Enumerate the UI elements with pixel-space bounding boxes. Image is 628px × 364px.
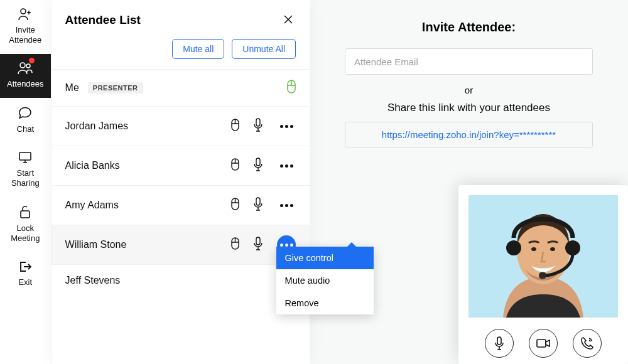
attendee-row-me: Me PRESENTER <box>51 70 310 107</box>
attendee-name: Amy Adams <box>65 200 119 211</box>
sidebar-item-attendees[interactable]: Attendees <box>0 54 51 98</box>
notification-dot-icon <box>29 58 35 63</box>
svg-rect-13 <box>256 237 260 245</box>
share-link-label: Share this link with your attendees <box>387 102 550 114</box>
sidebar-item-label: Start Sharing <box>3 168 48 188</box>
svg-point-16 <box>506 240 521 255</box>
attendee-name: Alicia Banks <box>65 160 120 171</box>
attendee-row: Jeff Stevens <box>51 265 310 296</box>
attendee-name: William Stone <box>65 239 127 250</box>
mic-icon[interactable] <box>253 158 263 174</box>
sidebar-item-start-sharing[interactable]: Start Sharing <box>0 143 51 197</box>
toggle-call-button[interactable] <box>573 329 602 358</box>
svg-point-20 <box>550 247 555 251</box>
sidebar-item-exit[interactable]: Exit <box>0 252 51 296</box>
presenter-badge: PRESENTER <box>88 82 143 94</box>
mic-icon[interactable] <box>253 237 263 253</box>
sidebar: Invite Attendee Attendees Chat <box>0 0 51 364</box>
unmute-all-button[interactable]: Unmute All <box>232 39 296 59</box>
users-icon <box>17 62 33 75</box>
svg-point-2 <box>26 64 30 68</box>
more-button[interactable] <box>277 156 296 175</box>
mouse-icon[interactable] <box>231 119 239 134</box>
attendee-name: Jeff Stevens <box>65 275 121 286</box>
svg-rect-11 <box>256 198 260 205</box>
svg-rect-7 <box>256 119 260 126</box>
svg-rect-22 <box>537 340 546 347</box>
attendee-panel: Attendee List Mute all Unmute All Me PRE… <box>51 0 310 364</box>
svg-rect-9 <box>256 158 260 166</box>
attendee-list: Me PRESENTER Jordan James <box>51 69 310 296</box>
video-thumbnail <box>468 195 618 318</box>
attendee-name: Jordan James <box>65 120 129 132</box>
attendee-row: Amy Adams <box>51 186 310 225</box>
svg-rect-3 <box>19 153 31 160</box>
lock-open-icon <box>18 205 32 220</box>
attendee-row: William Stone <box>51 225 310 265</box>
attendee-name: Me <box>65 82 79 94</box>
svg-rect-4 <box>21 211 30 218</box>
svg-rect-21 <box>497 337 501 345</box>
more-button[interactable] <box>277 196 296 215</box>
user-plus-icon <box>18 8 33 21</box>
close-button[interactable] <box>281 11 296 29</box>
mouse-icon[interactable] <box>231 158 239 173</box>
share-link-box[interactable]: https://meeting.zoho.in/join?key=*******… <box>345 122 593 147</box>
invite-title: Invite Attendee: <box>422 20 516 35</box>
more-button[interactable] <box>277 117 296 136</box>
sidebar-item-lock-meeting[interactable]: Lock Meeting <box>0 197 51 252</box>
mouse-icon[interactable] <box>231 237 239 252</box>
menu-mute-audio[interactable]: Mute audio <box>276 269 374 292</box>
svg-point-1 <box>20 63 25 68</box>
sidebar-item-label: Attendees <box>7 79 44 89</box>
menu-caret-icon <box>347 242 356 247</box>
toggle-mic-button[interactable] <box>485 329 514 358</box>
mic-icon[interactable] <box>253 118 263 134</box>
sidebar-item-label: Lock Meeting <box>3 223 48 244</box>
chat-icon <box>18 105 33 120</box>
sidebar-item-invite-attendee[interactable]: Invite Attendee <box>0 0 51 54</box>
mouse-icon[interactable] <box>231 198 239 213</box>
mic-icon[interactable] <box>253 197 263 213</box>
video-card <box>458 185 628 364</box>
svg-point-0 <box>21 9 26 14</box>
or-separator: or <box>465 85 473 95</box>
svg-point-19 <box>531 247 536 251</box>
exit-icon <box>18 260 33 274</box>
mouse-icon <box>287 80 296 96</box>
menu-give-control[interactable]: Give control <box>276 247 374 269</box>
attendee-email-input[interactable] <box>345 48 593 75</box>
menu-remove[interactable]: Remove <box>276 292 374 314</box>
sidebar-item-label: Invite Attendee <box>3 25 48 45</box>
attendee-context-menu: Give control Mute audio Remove <box>276 247 374 314</box>
panel-title: Attendee List <box>65 13 141 27</box>
sidebar-item-chat[interactable]: Chat <box>0 98 51 143</box>
attendee-row: Jordan James <box>51 107 310 146</box>
mute-all-button[interactable]: Mute all <box>172 39 224 59</box>
toggle-camera-button[interactable] <box>529 329 558 358</box>
screen-share-icon <box>18 151 33 164</box>
attendee-row: Alicia Banks <box>51 146 310 186</box>
sidebar-item-label: Chat <box>17 124 34 134</box>
sidebar-item-label: Exit <box>18 277 32 287</box>
